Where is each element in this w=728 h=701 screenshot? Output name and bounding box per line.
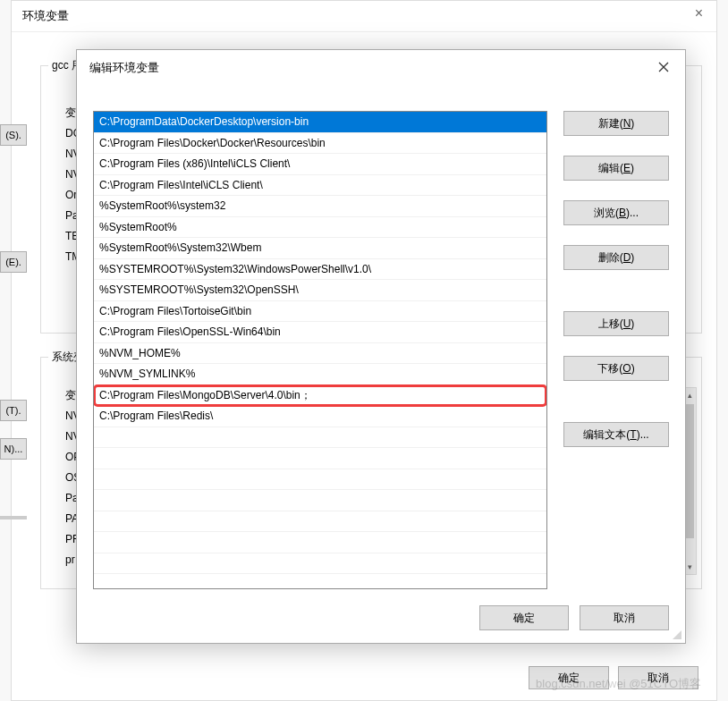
path-row[interactable]: C:\ProgramData\DockerDesktop\version-bin	[94, 112, 546, 133]
path-row[interactable]: C:\Program Files\Docker\Docker\Resources…	[94, 133, 546, 155]
path-list[interactable]: C:\ProgramData\DockerDesktop\version-bin…	[93, 111, 547, 589]
path-row-empty[interactable]	[94, 490, 546, 511]
path-row[interactable]: C:\Program Files (x86)\Intel\iCLS Client…	[94, 154, 546, 175]
path-row[interactable]: %SystemRoot%\System32\Wbem	[94, 238, 546, 259]
delete-button[interactable]: 删除(D)	[563, 245, 669, 270]
cancel-button[interactable]: 取消	[618, 666, 698, 689]
ok-button[interactable]: 确定	[479, 605, 569, 630]
edit-button[interactable]: 编辑(E)	[563, 156, 669, 181]
path-row[interactable]: %NVM_SYMLINK%	[94, 364, 546, 385]
path-row[interactable]: %NVM_HOME%	[94, 343, 546, 365]
path-row-empty[interactable]	[94, 469, 546, 491]
cut-button-s[interactable]: (S).	[0, 124, 27, 146]
path-row[interactable]: C:\Program Files\Intel\iCLS Client\	[94, 175, 546, 197]
close-icon[interactable]	[655, 57, 673, 79]
button-column: 新建(N) 编辑(E) 浏览(B)... 删除(D) 上移(U) 下移(O) 编…	[563, 111, 669, 589]
path-row[interactable]: %SYSTEMROOT%\System32\OpenSSH\	[94, 280, 546, 301]
path-row[interactable]: %SystemRoot%\system32	[94, 196, 546, 217]
ok-button[interactable]: 确定	[529, 666, 609, 689]
path-row[interactable]: %SYSTEMROOT%\System32\WindowsPowerShell\…	[94, 259, 546, 281]
new-button[interactable]: 新建(N)	[563, 111, 669, 136]
cut-button-t[interactable]: (T).	[0, 400, 27, 421]
window-title: 环境变量	[12, 1, 716, 32]
path-row[interactable]: C:\Program Files\OpenSSL-Win64\bin	[94, 322, 546, 343]
cut-button-e[interactable]: (E).	[0, 251, 27, 273]
path-row[interactable]: C:\Program Files\MongoDB\Server\4.0\bin；	[94, 385, 546, 407]
move-up-button[interactable]: 上移(U)	[563, 311, 669, 336]
scroll-thumb[interactable]	[685, 404, 694, 538]
window-footer: 确定 取消	[529, 666, 698, 689]
dialog-body: C:\ProgramData\DockerDesktop\version-bin…	[93, 111, 669, 589]
cancel-button[interactable]: 取消	[580, 605, 669, 630]
move-down-button[interactable]: 下移(O)	[563, 356, 669, 381]
close-icon[interactable]: ×	[695, 5, 703, 21]
resize-grip-icon[interactable]	[669, 627, 681, 639]
dialog-title: 编辑环境变量	[89, 60, 159, 76]
cut-button-n[interactable]: N)...	[0, 438, 27, 460]
dialog-footer: 确定 取消	[479, 605, 669, 630]
browse-button[interactable]: 浏览(B)...	[563, 200, 669, 225]
dialog-header: 编辑环境变量	[77, 50, 685, 86]
path-row[interactable]: C:\Program Files\Redis\	[94, 406, 546, 427]
path-row-empty[interactable]	[94, 448, 546, 469]
edit-env-var-dialog: 编辑环境变量 C:\ProgramData\DockerDesktop\vers…	[76, 49, 686, 644]
path-row-empty[interactable]	[94, 511, 546, 533]
path-row[interactable]: C:\Program Files\TortoiseGit\bin	[94, 301, 546, 323]
path-row-empty[interactable]	[94, 553, 546, 575]
path-row[interactable]: %SystemRoot%	[94, 217, 546, 239]
separator	[0, 516, 27, 519]
path-row-empty[interactable]	[94, 427, 546, 449]
edit-text-button[interactable]: 编辑文本(T)...	[563, 422, 669, 447]
path-row-empty[interactable]	[94, 532, 546, 553]
